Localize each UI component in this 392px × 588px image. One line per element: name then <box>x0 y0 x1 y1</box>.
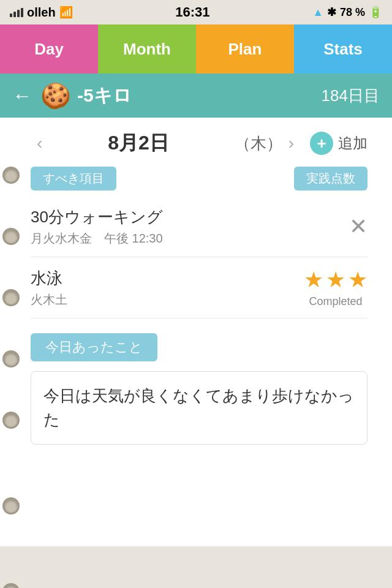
task-list: 30分ウォーキング 月火水木金 午後 12:30 ✕ 水泳 火木土 ★ <box>0 197 392 318</box>
battery-label: 78 % <box>340 6 365 19</box>
current-date: 8月2日 <box>48 130 228 157</box>
tab-stats[interactable]: Stats <box>294 24 392 74</box>
star-1[interactable]: ★ <box>304 267 323 293</box>
task-meta: 月火水木金 午後 12:30 <box>31 230 349 247</box>
day-count: 184日目 <box>322 85 380 107</box>
score-column-header: 実践点数 <box>294 167 368 190</box>
signal-icon <box>10 7 23 17</box>
task-item: 30分ウォーキング 月火水木金 午後 12:30 ✕ <box>31 197 368 257</box>
day-of-week: （木） <box>235 133 282 154</box>
task-item: 水泳 火木土 ★ ★ ★ Completed <box>31 257 368 318</box>
star-2[interactable]: ★ <box>326 267 345 293</box>
completed-label: Completed <box>309 295 362 308</box>
task-name: 30分ウォーキング <box>31 206 349 228</box>
task-action[interactable]: ✕ <box>349 214 368 239</box>
status-left: olleh 📶 <box>10 6 73 20</box>
task-stars-action: ★ ★ ★ Completed <box>304 267 368 308</box>
task-meta: 火木土 <box>31 292 304 308</box>
header: ← 🍪 -5キロ 184日目 <box>0 74 392 118</box>
status-right: ▲ ✱ 78 % 🔋 <box>312 6 382 19</box>
column-headers: すべき項目 実践点数 <box>0 167 392 197</box>
date-navigation: ‹ 8月2日 （木） › + 追加 <box>0 118 392 167</box>
wifi-icon: 📶 <box>59 6 73 19</box>
notebook-ring <box>2 583 20 588</box>
stars-rating[interactable]: ★ ★ ★ <box>304 267 368 293</box>
note-section: 今日あったこと 今日は天気が良くなくてあまり歩けなかった <box>0 318 392 454</box>
task-name: 水泳 <box>31 268 304 289</box>
tab-plan[interactable]: Plan <box>196 24 294 74</box>
tab-month[interactable]: Month <box>98 24 196 74</box>
battery-icon: 🔋 <box>369 6 382 19</box>
bluetooth-icon: ✱ <box>327 6 336 19</box>
back-button[interactable]: ← <box>12 85 32 107</box>
tasks-column-header: すべき項目 <box>31 167 116 190</box>
header-title: -5キロ <box>77 83 132 108</box>
tab-day[interactable]: Day <box>0 24 98 74</box>
task-time: 午後 12:30 <box>104 230 163 247</box>
status-bar: olleh 📶 16:31 ▲ ✱ 78 % 🔋 <box>0 0 392 24</box>
tab-bar: Day Month Plan Stats <box>0 24 392 74</box>
task-days: 火木土 <box>31 292 67 308</box>
task-days: 月火水木金 <box>31 230 92 247</box>
mascot-icon: 🍪 <box>40 81 71 110</box>
bottom-space <box>0 454 392 503</box>
dismiss-icon[interactable]: ✕ <box>349 214 368 239</box>
task-info: 水泳 火木土 <box>31 268 304 308</box>
add-circle-icon: + <box>310 132 333 155</box>
note-content[interactable]: 今日は天気が良くなくてあまり歩けなかった <box>31 371 368 445</box>
task-info: 30分ウォーキング 月火水木金 午後 12:30 <box>31 206 349 247</box>
note-section-header: 今日あったこと <box>31 333 157 361</box>
prev-date-button[interactable]: ‹ <box>31 134 48 153</box>
next-date-button[interactable]: › <box>282 134 300 153</box>
status-time: 16:31 <box>175 4 209 20</box>
add-button[interactable]: + 追加 <box>310 132 368 155</box>
location-icon: ▲ <box>312 6 323 19</box>
star-3[interactable]: ★ <box>348 267 368 293</box>
add-label: 追加 <box>338 134 368 153</box>
carrier-label: olleh <box>27 6 56 20</box>
